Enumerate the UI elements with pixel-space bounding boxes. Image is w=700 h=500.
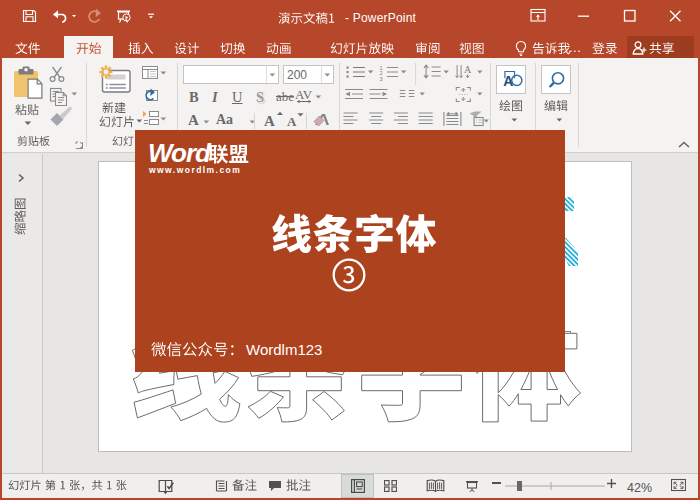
svg-text:A: A (264, 113, 275, 129)
svg-text:AV: AV (295, 88, 313, 102)
svg-text:A: A (464, 64, 472, 75)
svg-text:A: A (287, 114, 297, 129)
svg-text:3: 3 (380, 76, 383, 82)
